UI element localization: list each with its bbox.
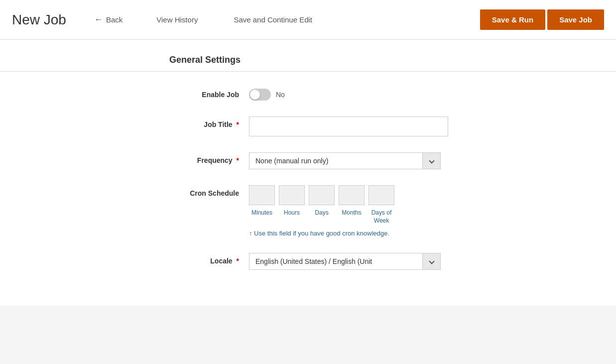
- page-title: New Job: [12, 12, 66, 28]
- form-container: Enable Job No Job Title *: [0, 87, 616, 270]
- enable-job-toggle[interactable]: [249, 89, 271, 101]
- chevron-down-icon: [429, 259, 434, 264]
- cron-hours-label: Hours: [279, 209, 305, 225]
- frequency-selected-value: None (manual run only): [249, 153, 422, 169]
- locale-selected-value: English (United States) / English (Unit: [249, 253, 422, 269]
- frequency-select-wrapper: None (manual run only): [249, 152, 441, 169]
- locale-label: Locale *: [149, 253, 249, 265]
- cron-minutes-label: Minutes: [249, 209, 275, 225]
- back-arrow-icon: ←: [94, 14, 103, 25]
- job-title-control: [249, 117, 458, 136]
- frequency-row: Frequency * None (manual run only): [149, 152, 586, 169]
- enable-job-label: Enable Job: [149, 87, 249, 99]
- cron-inputs-group: [249, 185, 458, 205]
- locale-dropdown-button[interactable]: [422, 253, 440, 269]
- save-job-button[interactable]: Save Job: [547, 9, 604, 30]
- header-actions: Save & Run Save Job: [480, 9, 604, 30]
- frequency-dropdown-button[interactable]: [422, 153, 440, 169]
- job-title-input[interactable]: [249, 117, 448, 136]
- job-title-row: Job Title *: [149, 117, 586, 136]
- locale-control: English (United States) / English (Unit: [249, 253, 458, 270]
- cron-schedule-label: Cron Schedule: [149, 185, 249, 197]
- cron-hours-input[interactable]: [279, 185, 305, 205]
- cron-hint: ↑ Use this field if you have good cron k…: [249, 230, 458, 237]
- cron-dow-input[interactable]: [369, 185, 394, 205]
- header: New Job ← Back View History Save and Con…: [0, 0, 616, 40]
- back-label: Back: [106, 15, 123, 24]
- main-content: General Settings Enable Job No Job Title…: [0, 40, 616, 306]
- section-title: General Settings: [0, 55, 616, 72]
- cron-labels-group: Minutes Hours Days Months Days ofWeek: [249, 209, 458, 225]
- locale-required-star: *: [237, 257, 239, 265]
- locale-select-wrapper: English (United States) / English (Unit: [249, 253, 441, 270]
- locale-row: Locale * English (United States) / Engli…: [149, 253, 586, 270]
- frequency-control: None (manual run only): [249, 152, 458, 169]
- cron-days-label: Days: [309, 209, 335, 225]
- save-continue-button[interactable]: Save and Continue Edit: [224, 11, 322, 28]
- chevron-down-icon: [429, 158, 434, 163]
- cron-days-input[interactable]: [309, 185, 335, 205]
- job-title-required-star: *: [237, 121, 239, 128]
- toggle-wrapper: No: [249, 87, 458, 101]
- cron-minutes-input[interactable]: [249, 185, 275, 205]
- toggle-knob: [250, 90, 260, 100]
- cron-dow-label: Days ofWeek: [369, 209, 394, 225]
- toggle-status-label: No: [276, 91, 285, 99]
- cron-schedule-control: Minutes Hours Days Months Days ofWeek ↑ …: [249, 185, 458, 237]
- cron-schedule-row: Cron Schedule Minutes Hours Days Months …: [149, 185, 586, 237]
- frequency-required-star: *: [237, 156, 239, 164]
- frequency-label: Frequency *: [149, 152, 249, 164]
- cron-months-input[interactable]: [339, 185, 365, 205]
- cron-months-label: Months: [339, 209, 365, 225]
- view-history-button[interactable]: View History: [146, 11, 208, 28]
- back-button[interactable]: ← Back: [86, 10, 130, 29]
- enable-job-row: Enable Job No: [149, 87, 586, 101]
- enable-job-control: No: [249, 87, 458, 101]
- job-title-label: Job Title *: [149, 117, 249, 128]
- save-run-button[interactable]: Save & Run: [480, 9, 545, 30]
